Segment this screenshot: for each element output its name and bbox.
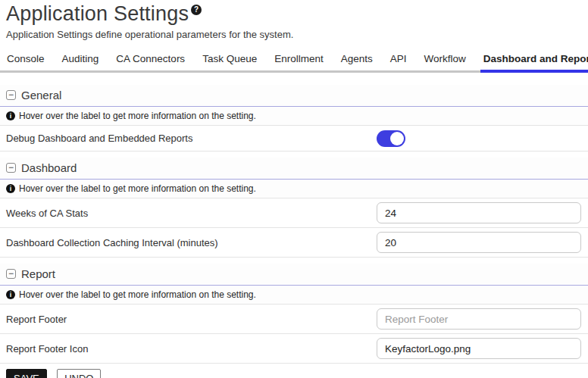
tab-label: Auditing [62, 53, 99, 64]
section-info-row: i Hover over the label to get more infor… [0, 107, 588, 126]
setting-input-report-footer[interactable] [377, 308, 581, 330]
setting-label: Debug Dashboard and Embedded Reports [6, 133, 377, 144]
tab-api[interactable]: API [389, 48, 408, 70]
tab-label: Console [7, 53, 45, 64]
setting-input-weeks-of-ca-stats[interactable] [377, 202, 581, 223]
section-dashboard: − Dashboard i Hover over the label to ge… [0, 158, 588, 258]
setting-row-report-footer: Report Footer [0, 305, 588, 334]
setting-row-report-footer-icon: Report Footer Icon [0, 334, 588, 364]
tab-label: Enrollment [274, 53, 324, 64]
tab-console[interactable]: Console [6, 48, 45, 70]
section-report: − Report i Hover over the label to get m… [0, 264, 588, 364]
toggle-knob [390, 132, 404, 145]
setting-row-debug-dashboard-and-embedded-reports: Debug Dashboard and Embedded Reports [0, 126, 588, 152]
tab-workflow[interactable]: Workflow [424, 48, 467, 70]
collapse-minus-icon[interactable]: − [6, 163, 16, 173]
tab-label: CA Connectors [116, 53, 185, 64]
tab-dashboard-and-reports[interactable]: Dashboard and Reports [483, 48, 588, 70]
tab-label: Dashboard and Reports [483, 53, 588, 64]
collapse-minus-icon[interactable]: − [6, 90, 16, 100]
info-icon: i [6, 290, 15, 299]
undo-button[interactable]: UNDO [57, 369, 101, 378]
tab-agents[interactable]: Agents [340, 48, 374, 70]
setting-label: Weeks of CA Stats [6, 208, 377, 219]
setting-label: Dashboard Collection Caching Interval (m… [6, 237, 377, 248]
setting-input-dashboard-collection-caching-interval-minutes[interactable] [377, 232, 581, 253]
tab-label: Task Queue [202, 53, 257, 64]
tab-bar: Console Auditing CA Connectors Task Queu… [0, 48, 588, 73]
tab-label: Workflow [424, 53, 466, 64]
setting-label: Report Footer Icon [6, 343, 377, 355]
tab-label: API [390, 53, 407, 64]
settings-sections: − General i Hover over the label to get … [0, 85, 588, 364]
info-icon: i [6, 111, 15, 120]
section-title: Dashboard [21, 161, 77, 174]
section-header[interactable]: − Dashboard [0, 158, 588, 180]
page-subtitle: Application Settings define operational … [6, 29, 582, 40]
section-rows: Report Footer Report Footer Icon [0, 305, 588, 364]
save-button[interactable]: SAVE [6, 369, 47, 378]
page-header: Application Settings ? Application Setti… [0, 0, 588, 40]
info-text: Hover over the label to get more informa… [19, 289, 256, 300]
collapse-minus-icon[interactable]: − [6, 269, 16, 279]
help-icon[interactable]: ? [191, 5, 202, 15]
setting-label: Report Footer [6, 314, 377, 325]
tab-enrollment[interactable]: Enrollment [274, 48, 324, 70]
section-header[interactable]: − Report [0, 264, 588, 286]
application-settings-page: Application Settings ? Application Setti… [0, 0, 588, 378]
tab-ca-connectors[interactable]: CA Connectors [115, 48, 186, 70]
section-header[interactable]: − General [0, 85, 588, 107]
setting-row-weeks-of-ca-stats: Weeks of CA Stats [0, 198, 588, 228]
setting-input-report-footer-icon[interactable] [377, 338, 581, 359]
info-text: Hover over the label to get more informa… [19, 183, 256, 194]
toggle-switch[interactable] [377, 130, 405, 147]
section-info-row: i Hover over the label to get more infor… [0, 286, 588, 305]
section-general: − General i Hover over the label to get … [0, 85, 588, 152]
tab-task-queue[interactable]: Task Queue [202, 48, 258, 70]
section-rows: Weeks of CA Stats Dashboard Collection C… [0, 198, 588, 258]
info-text: Hover over the label to get more informa… [19, 111, 256, 121]
section-rows: Debug Dashboard and Embedded Reports [0, 126, 588, 152]
action-bar: SAVE UNDO [0, 364, 588, 378]
setting-row-dashboard-collection-caching-interval-minutes: Dashboard Collection Caching Interval (m… [0, 228, 588, 258]
section-title: Report [21, 267, 55, 280]
tab-label: Agents [341, 53, 373, 64]
info-icon: i [6, 184, 15, 193]
section-title: General [21, 89, 61, 102]
page-title: Application Settings [6, 2, 189, 25]
tab-auditing[interactable]: Auditing [61, 48, 100, 70]
section-info-row: i Hover over the label to get more infor… [0, 180, 588, 198]
